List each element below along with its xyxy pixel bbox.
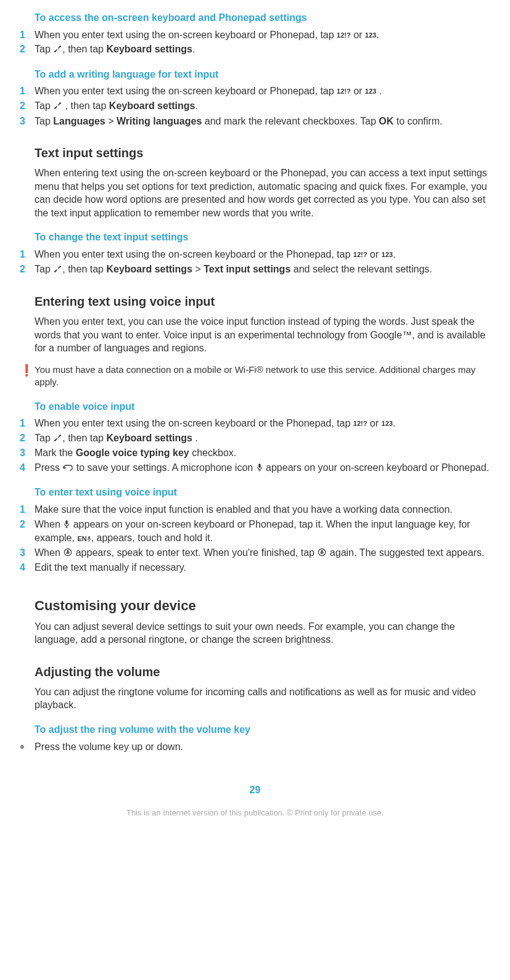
section-body: When you enter text, you can use the voi… (35, 315, 490, 355)
text-fragment: . (393, 418, 395, 428)
text-fragment: When you enter text using the on-screen … (35, 249, 353, 259)
step-text: Mark the Google voice typing key checkbo… (35, 446, 490, 460)
step-number: 2 (20, 518, 35, 531)
section-body: You can adjust several device settings t… (35, 620, 490, 647)
task-title: To adjust the ring volume with the volum… (35, 723, 490, 737)
step-text: When appears on your on-screen keyboard … (35, 518, 490, 545)
step-text: Tap , then tap Keyboard settings > Text … (35, 263, 490, 277)
bold-term: Text input settings (204, 264, 290, 274)
svg-point-0 (54, 51, 56, 52)
key-12-icon: 12!? (337, 88, 351, 96)
text-fragment: > (105, 116, 117, 126)
text-fragment: or (367, 249, 381, 259)
step-row: 1 When you enter text using the on-scree… (20, 248, 490, 261)
svg-rect-9 (66, 520, 68, 525)
text-fragment: Tap (35, 116, 53, 126)
task-title: To change the text input settings (35, 231, 490, 244)
bold-term: Google voice typing key (76, 447, 189, 458)
step-row: 3 When appears, speak to enter text. Whe… (20, 546, 490, 560)
bold-term: Languages (53, 116, 105, 126)
step-row: 2 Tap , then tap Keyboard settings > Tex… (20, 263, 490, 277)
step-number: 1 (20, 417, 35, 430)
back-icon (63, 462, 73, 475)
bold-term: Writing languages (117, 116, 202, 126)
warning-icon: ❗ (20, 364, 35, 376)
step-row: 1 When you enter text using the on-scree… (20, 417, 490, 430)
text-fragment: Tap (35, 44, 53, 54)
text-fragment: . (376, 86, 382, 96)
step-text: Tap , then tap Keyboard settings. (35, 99, 490, 113)
step-text: Tap Languages > Writing languages and ma… (35, 115, 490, 128)
svg-point-2 (54, 107, 56, 108)
step-row: 3 Tap Languages > Writing languages and … (20, 115, 490, 128)
tools-icon (54, 43, 62, 57)
step-text: Press to save your settings. A microphon… (35, 461, 490, 475)
section-body: When entering text using the on-screen k… (35, 166, 490, 219)
step-number: 2 (20, 99, 35, 113)
text-fragment: , then tap (62, 100, 109, 111)
svg-rect-10 (88, 536, 89, 539)
text-fragment: When you enter text using the on-screen … (35, 30, 337, 40)
tools-icon (54, 432, 62, 446)
voice-record-icon (318, 547, 326, 560)
text-fragment: . (376, 30, 379, 40)
bold-term: Keyboard settings (109, 100, 195, 111)
step-text: When you enter text using the on-screen … (35, 84, 490, 98)
step-row: 2 When appears on your on-screen keyboar… (20, 518, 490, 545)
tools-icon (54, 263, 62, 277)
key-123-icon: 123 (365, 88, 376, 96)
task-title: To enable voice input (35, 400, 490, 414)
section-heading: Entering text using voice input (35, 293, 490, 310)
tools-icon (54, 100, 62, 113)
lang-en-icon: EN (77, 535, 91, 542)
step-row: 2 Tap , then tap Keyboard settings. (20, 99, 490, 113)
task-title: To access the on-screen keyboard and Pho… (35, 11, 490, 25)
step-number: 2 (20, 431, 35, 445)
step-number: 3 (20, 115, 35, 128)
text-fragment: When you enter text using the on-screen … (35, 418, 353, 428)
step-text: Make sure that the voice input function … (35, 503, 490, 517)
step-text: Tap , then tap Keyboard settings. (35, 43, 490, 57)
text-fragment: Tap (35, 433, 53, 443)
bold-term: Keyboard settings (106, 44, 192, 54)
text-fragment: and mark the relevant checkboxes. Tap (202, 116, 379, 126)
text-fragment: . (393, 249, 395, 259)
step-number: 4 (20, 461, 35, 475)
note-text: You must have a data connection on a mob… (35, 364, 490, 389)
text-fragment: , then tap (62, 433, 106, 443)
step-row: 1 When you enter text using the on-scree… (20, 28, 490, 42)
text-fragment: . (192, 44, 195, 54)
text-fragment: to confirm. (393, 116, 442, 126)
svg-point-1 (60, 46, 61, 47)
bullet-marker: • (20, 740, 35, 754)
text-fragment: Tap (35, 264, 53, 274)
svg-point-7 (60, 435, 61, 436)
text-fragment: , then tap (62, 264, 106, 274)
text-fragment: Press (35, 462, 62, 473)
text-fragment: When (35, 519, 63, 529)
step-text: When you enter text using the on-screen … (35, 28, 490, 42)
key-123-icon: 123 (365, 31, 376, 39)
microphone-icon (257, 462, 263, 475)
step-number: 1 (20, 248, 35, 261)
microphone-icon (64, 518, 70, 532)
text-fragment: When (35, 547, 63, 558)
step-row: 1 When you enter text using the on-scree… (20, 84, 490, 98)
step-number: 4 (20, 561, 35, 574)
step-row: • Press the volume key up or down. (20, 740, 490, 754)
text-fragment: , appears, touch and hold it. (91, 533, 213, 543)
text-fragment: again. The suggested text appears. (327, 547, 484, 558)
voice-record-icon (64, 547, 72, 560)
text-fragment: appears, speak to enter text. When you'r… (73, 547, 317, 558)
task-title: To enter text using voice input (35, 486, 490, 499)
text-fragment: and select the relevant settings. (290, 264, 432, 274)
step-number: 1 (20, 28, 35, 42)
footer-text: This is an Internet version of this publ… (20, 807, 490, 819)
step-number: 2 (20, 263, 35, 276)
step-row: 3 Mark the Google voice typing key check… (20, 446, 490, 460)
key-12-icon: 12!? (337, 31, 351, 39)
step-number: 1 (20, 503, 35, 517)
step-text: When you enter text using the on-screen … (35, 417, 490, 430)
text-fragment: . (195, 100, 197, 111)
text-fragment: checkbox. (189, 447, 236, 458)
